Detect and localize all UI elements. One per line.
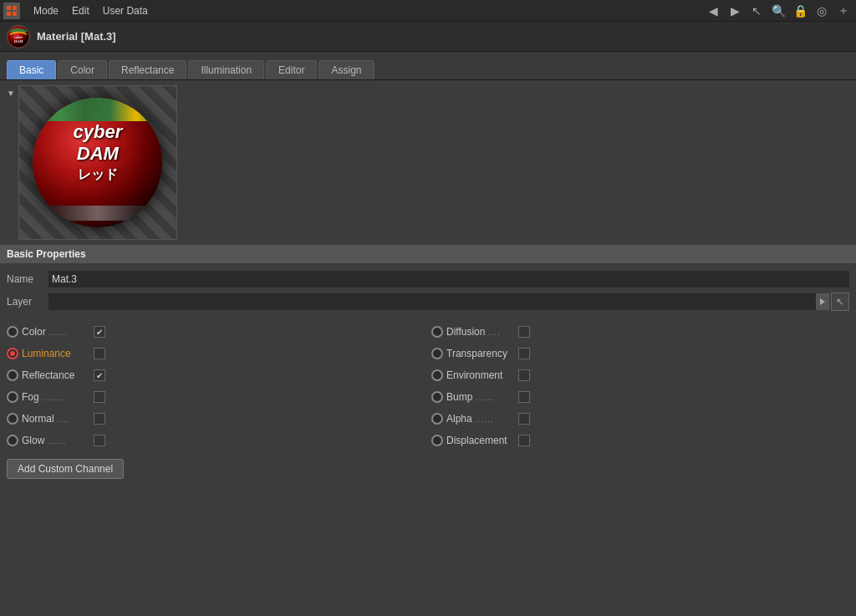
- menubar-icons: ◀ ▶ ↖ 🔍 🔒 ◎ ＋: [704, 2, 853, 20]
- channel-transparency: Transparency: [431, 344, 849, 364]
- sphere-text-cyber: cyber: [33, 121, 162, 143]
- tab-color[interactable]: Color: [58, 60, 107, 79]
- channel-fog-radio[interactable]: [7, 391, 18, 403]
- channel-normal-radio[interactable]: [7, 413, 18, 425]
- tab-reflectance[interactable]: Reflectance: [109, 60, 186, 79]
- preview-area: ▼ cyber DAM レッド: [0, 80, 856, 245]
- channel-normal: Normal ....: [7, 409, 425, 429]
- sphere-preview: cyber DAM レッド: [33, 98, 162, 227]
- layer-cursor-button[interactable]: ↖: [831, 293, 849, 311]
- window-title: Material [Mat.3]: [37, 30, 116, 43]
- channel-displacement-label: Displacement: [446, 435, 513, 446]
- titlebar: cyber DAM Material [Mat.3]: [0, 22, 856, 52]
- channel-displacement-radio[interactable]: [431, 435, 443, 446]
- channel-displacement-check[interactable]: [518, 435, 530, 446]
- channel-diffusion-label: Diffusion ....: [446, 326, 513, 338]
- channel-glow: Glow ......: [7, 430, 425, 451]
- channel-color-label: Color ......: [22, 326, 89, 338]
- channel-luminance: Luminance: [7, 344, 425, 364]
- channel-color-radio[interactable]: [7, 326, 18, 338]
- sphere-stripe-bottom: [33, 206, 162, 221]
- lock-icon[interactable]: 🔒: [791, 2, 809, 20]
- material-preview[interactable]: cyber DAM レッド: [18, 85, 177, 240]
- channel-diffusion-radio[interactable]: [431, 326, 443, 338]
- arrow-right-icon[interactable]: ▶: [726, 2, 744, 20]
- app-logo: [3, 3, 20, 19]
- channel-bump-radio[interactable]: [431, 391, 443, 403]
- channel-alpha-check[interactable]: [518, 413, 530, 425]
- svg-text:DAM: DAM: [13, 38, 23, 43]
- channel-reflectance-radio[interactable]: [7, 369, 18, 381]
- name-label: Name: [7, 273, 48, 285]
- sphere-stripe-top: [33, 98, 162, 121]
- channel-alpha-label: Alpha ......: [446, 413, 513, 425]
- sphere-text-dam: DAM: [33, 143, 162, 165]
- channel-transparency-check[interactable]: [518, 348, 530, 359]
- properties-area: Name Layer ↖: [0, 263, 856, 318]
- layer-input[interactable]: [48, 294, 816, 309]
- channels-grid: Color ...... ✔ Diffusion .... Luminance …: [0, 318, 856, 454]
- channel-reflectance-label: Reflectance: [22, 369, 89, 381]
- channel-glow-label: Glow ......: [22, 435, 89, 446]
- tabs-bar: Basic Color Reflectance Illumination Edi…: [0, 52, 856, 80]
- arrow-left-icon[interactable]: ◀: [704, 2, 722, 20]
- channel-luminance-radio[interactable]: [7, 348, 18, 359]
- svg-rect-2: [13, 6, 17, 10]
- channel-fog: Fog .......: [7, 387, 425, 407]
- channel-environment-check[interactable]: [518, 369, 530, 381]
- channel-normal-check[interactable]: [94, 413, 105, 425]
- channel-transparency-label: Transparency: [446, 348, 513, 359]
- channel-fog-label: Fog .......: [22, 391, 89, 403]
- channel-diffusion: Diffusion ....: [431, 322, 849, 342]
- layer-label: Layer: [7, 296, 48, 308]
- menu-edit[interactable]: Edit: [65, 3, 96, 18]
- svg-rect-3: [7, 12, 11, 16]
- menubar: Mode Edit User Data ◀ ▶ ↖ 🔍 🔒 ◎ ＋: [0, 0, 856, 22]
- channel-transparency-radio[interactable]: [431, 348, 443, 359]
- channel-environment-radio[interactable]: [431, 369, 443, 381]
- channel-alpha: Alpha ......: [431, 409, 849, 429]
- cursor-icon[interactable]: ↖: [747, 2, 766, 20]
- channel-color: Color ...... ✔: [7, 322, 425, 342]
- tab-assign[interactable]: Assign: [318, 60, 374, 79]
- target-icon[interactable]: ◎: [813, 2, 831, 20]
- sphere-text-japanese: レッド: [33, 166, 162, 184]
- search-icon[interactable]: 🔍: [769, 2, 787, 20]
- channel-bump-label: Bump ......: [446, 391, 513, 403]
- channel-environment-label: Environment: [446, 369, 513, 381]
- add-custom-channel-button[interactable]: Add Custom Channel: [7, 459, 124, 479]
- tab-illumination[interactable]: Illumination: [188, 60, 264, 79]
- material-icon: cyber DAM: [7, 25, 30, 48]
- section-header: Basic Properties: [0, 245, 856, 263]
- name-row: Name: [0, 268, 856, 290]
- name-input[interactable]: [48, 271, 849, 288]
- channel-environment: Environment: [431, 365, 849, 385]
- channel-luminance-label: Luminance: [22, 348, 89, 359]
- tab-basic[interactable]: Basic: [7, 60, 56, 79]
- menu-user-data[interactable]: User Data: [96, 3, 155, 18]
- tab-editor[interactable]: Editor: [266, 60, 317, 79]
- channel-normal-label: Normal ....: [22, 413, 89, 425]
- layer-arrow-icon[interactable]: [816, 293, 829, 310]
- channel-bump: Bump ......: [431, 387, 849, 407]
- menu-mode[interactable]: Mode: [27, 3, 65, 18]
- channel-displacement: Displacement: [431, 430, 849, 451]
- preview-toggle[interactable]: ▼: [7, 85, 15, 98]
- channel-diffusion-check[interactable]: [518, 326, 530, 338]
- channel-color-check[interactable]: ✔: [94, 326, 105, 338]
- channel-glow-radio[interactable]: [7, 435, 18, 446]
- svg-rect-1: [7, 6, 11, 10]
- plus-icon[interactable]: ＋: [834, 2, 853, 20]
- channel-reflectance: Reflectance ✔: [7, 365, 425, 385]
- channel-fog-check[interactable]: [94, 391, 105, 403]
- channel-alpha-radio[interactable]: [431, 413, 443, 425]
- channel-reflectance-check[interactable]: ✔: [94, 369, 105, 381]
- channel-luminance-check[interactable]: [94, 348, 105, 359]
- svg-rect-4: [13, 12, 17, 16]
- layer-input-row: [48, 293, 829, 310]
- channel-glow-check[interactable]: [94, 435, 105, 446]
- layer-row: Layer ↖: [0, 290, 856, 313]
- channel-bump-check[interactable]: [518, 391, 530, 403]
